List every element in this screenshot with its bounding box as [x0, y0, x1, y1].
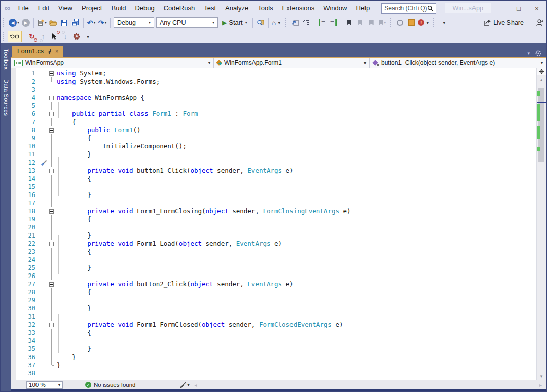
new-file-button[interactable]: ▾	[36, 17, 48, 29]
code-line[interactable]: 2using System.Windows.Forms;	[11, 77, 536, 86]
toolbar-grip[interactable]	[285, 18, 288, 27]
toggle-bookmark-button[interactable]	[343, 17, 354, 29]
send-feedback-button[interactable]	[534, 17, 545, 29]
increase-indent-button[interactable]: ≡	[327, 17, 339, 29]
scroll-up-arrow[interactable]: ▴	[537, 75, 546, 83]
vertical-scrollbar[interactable]: ▴ ▾	[536, 68, 546, 380]
code-line[interactable]: 22 private void Form1_Load(object sender…	[11, 240, 536, 248]
open-file-button[interactable]	[48, 17, 59, 29]
close-button[interactable]: ×	[528, 1, 546, 15]
menu-debug[interactable]: Debug	[130, 2, 159, 15]
decrease-indent-button[interactable]: ≡	[316, 17, 327, 29]
previous-bookmark-button[interactable]	[354, 17, 366, 29]
code-line[interactable]: 5	[11, 102, 536, 110]
toolbar-overflow-button[interactable]: ▾	[82, 30, 93, 43]
menu-view[interactable]: View	[54, 2, 77, 15]
outline-collapse-box[interactable]	[48, 94, 55, 102]
maximize-button[interactable]: □	[509, 1, 528, 15]
code-line[interactable]: 31	[11, 312, 536, 321]
margin-screwdriver-marker[interactable]	[40, 159, 48, 167]
zoom-level-dropdown[interactable]: 100 %▾	[26, 381, 63, 389]
coderush-next-marker-button[interactable]: ↓	[60, 30, 71, 43]
toolbar-overflow-button[interactable]: ▾	[438, 17, 449, 29]
code-line[interactable]: 30 }	[11, 304, 536, 312]
code-line[interactable]: 9 {	[11, 134, 536, 142]
toolbar-grip[interactable]	[433, 18, 436, 27]
code-line[interactable]: 15	[11, 183, 536, 191]
undo-button[interactable]: ↶▾	[86, 17, 97, 29]
menu-tools[interactable]: Tools	[253, 2, 277, 15]
outline-collapse-box[interactable]	[48, 321, 55, 329]
menu-coderush[interactable]: CodeRush	[159, 2, 199, 15]
member-dropdown[interactable]: button1_Click(object sender, EventArgs e…	[370, 58, 546, 68]
coderush-drop-marker-button[interactable]	[49, 30, 60, 43]
code-line[interactable]: 32 private void Form1_FormClosed(object …	[11, 321, 536, 329]
menu-help[interactable]: Help	[351, 2, 374, 15]
toolbar-grip[interactable]	[3, 18, 6, 27]
pin-icon[interactable]	[47, 49, 52, 54]
code-line[interactable]: 12	[11, 159, 536, 167]
sidebar-item-toolbox[interactable]: Toolbox	[3, 49, 9, 70]
menu-test[interactable]: Test	[199, 2, 221, 15]
code-line[interactable]: 13 private void button1_Click(object sen…	[11, 167, 536, 175]
menu-file[interactable]: File	[14, 2, 33, 15]
coderush-previous-marker-button[interactable]: ↑	[38, 30, 49, 43]
sidebar-item-data-sources[interactable]: Data Sources	[3, 79, 9, 116]
code-line[interactable]: 18 private void Form1_FormClosing(object…	[11, 207, 536, 215]
code-line[interactable]: 3	[11, 86, 536, 94]
code-line[interactable]: 35 }	[11, 345, 536, 353]
minimize-button[interactable]: —	[491, 1, 509, 15]
coderush-options-button[interactable]	[71, 30, 82, 43]
code-metrics-button[interactable]	[394, 17, 406, 29]
code-line[interactable]: 36 }	[11, 353, 536, 361]
code-line[interactable]: 20	[11, 223, 536, 231]
menu-window[interactable]: Window	[319, 2, 351, 15]
outline-collapse-box[interactable]	[48, 280, 55, 288]
code-line[interactable]: 21 }	[11, 231, 536, 240]
code-line[interactable]: 19 {	[11, 215, 536, 223]
menu-analyze[interactable]: Analyze	[221, 2, 253, 15]
code-line[interactable]: 37}	[11, 361, 536, 369]
solution-platform-dropdown[interactable]: Any CPU▾	[156, 17, 218, 28]
code-line[interactable]: 1using System;	[11, 69, 536, 77]
menu-project[interactable]: Project	[77, 2, 106, 15]
scroll-down-arrow[interactable]: ▾	[537, 372, 546, 380]
save-button[interactable]	[59, 17, 70, 29]
document-outline-button[interactable]	[301, 17, 312, 29]
find-in-files-button[interactable]	[255, 17, 266, 29]
attach-to-process-button[interactable]	[289, 17, 301, 29]
outline-collapse-box[interactable]	[48, 126, 55, 134]
search-input[interactable]: Search (Ctrl+Q)	[381, 3, 436, 14]
toolbar-grip[interactable]	[390, 18, 393, 27]
navigate-back-button[interactable]: ◀▾	[8, 17, 20, 29]
code-cleanup-button[interactable]: ▾	[178, 379, 190, 391]
navigate-forward-button[interactable]: ▶	[20, 17, 31, 29]
code-line[interactable]: 27 private void button2_Click(object sen…	[11, 280, 536, 288]
menu-build[interactable]: Build	[106, 2, 130, 15]
scroll-right-arrow[interactable]: ▸	[539, 382, 542, 388]
code-line[interactable]: 23 {	[11, 248, 536, 256]
code-coverage-button[interactable]	[406, 17, 417, 29]
menu-edit[interactable]: Edit	[33, 2, 54, 15]
code-line[interactable]: 34	[11, 337, 536, 345]
solution-configuration-dropdown[interactable]: Debug▾	[114, 17, 154, 28]
type-dropdown[interactable]: WinFormsApp.Form1 ▾	[214, 58, 370, 68]
code-line[interactable]: 24	[11, 256, 536, 264]
code-line[interactable]: 8 public Form1()	[11, 126, 536, 134]
coderush-visualize-toggle[interactable]	[8, 31, 22, 42]
code-line[interactable]: 38	[11, 369, 536, 377]
save-all-button[interactable]	[70, 17, 81, 29]
code-line[interactable]: 4namespace WinFormsApp {	[11, 94, 536, 102]
menu-extensions[interactable]: Extensions	[278, 2, 319, 15]
split-window-handle[interactable]	[537, 68, 546, 75]
code-line[interactable]: 29	[11, 296, 536, 304]
code-line[interactable]: 14 {	[11, 175, 536, 183]
code-line[interactable]: 33 {	[11, 329, 536, 337]
project-dropdown[interactable]: C# WinFormsApp ▾	[11, 58, 214, 68]
toolbar-grip[interactable]	[3, 32, 6, 41]
code-editor[interactable]: 1using System;2using System.Windows.Form…	[11, 68, 536, 380]
code-line[interactable]: 26	[11, 272, 536, 280]
tab-options-gear-icon[interactable]	[535, 50, 542, 57]
code-line[interactable]: 28 {	[11, 288, 536, 296]
scroll-left-arrow[interactable]: ◂	[194, 382, 197, 388]
